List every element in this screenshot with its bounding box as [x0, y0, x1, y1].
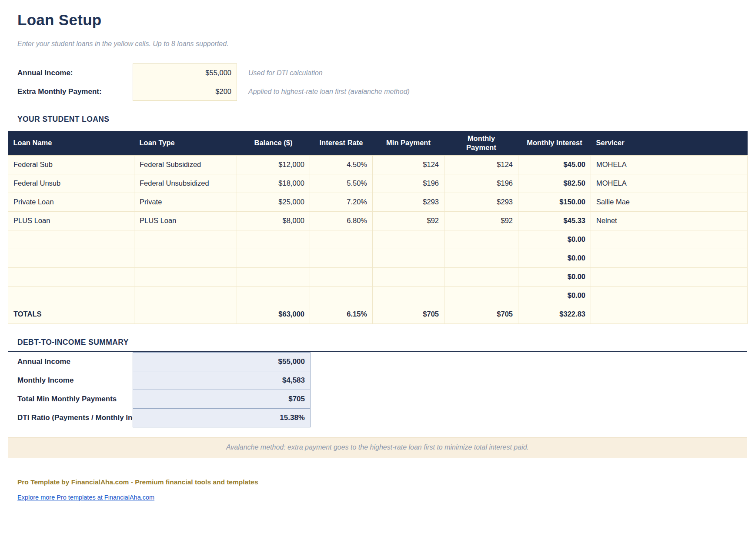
loan-rate-cell[interactable]: 4.50% — [310, 155, 373, 174]
loan-name-cell[interactable]: Federal Unsub — [8, 174, 134, 193]
dti-row: DTI Ratio (Payments / Monthly Income) 15… — [17, 408, 311, 427]
loan-row: Federal Sub Federal Subsidized $12,000 4… — [8, 155, 748, 174]
loan-monthly-interest-cell: $0.00 — [518, 249, 591, 267]
loan-balance-cell[interactable]: $12,000 — [237, 155, 310, 174]
loan-monthly-payment-cell[interactable] — [444, 249, 518, 267]
loan-monthly-payment-cell[interactable]: $92 — [444, 211, 518, 230]
loan-row: Federal Unsub Federal Unsubsidized $18,0… — [8, 174, 748, 193]
loan-name-cell[interactable] — [8, 230, 134, 249]
loan-rate-cell[interactable]: 5.50% — [310, 174, 373, 193]
dti-row: Monthly Income $4,583 — [17, 371, 311, 390]
dti-label-annual-income: Annual Income — [17, 352, 133, 371]
loan-servicer-cell[interactable] — [591, 230, 748, 249]
loan-rate-cell[interactable] — [310, 267, 373, 286]
loan-name-cell[interactable]: PLUS Loan — [8, 211, 134, 230]
loan-balance-cell[interactable] — [237, 267, 310, 286]
loan-row: Private Loan Private $25,000 7.20% $293 … — [8, 193, 748, 211]
loan-monthly-payment-cell[interactable] — [444, 230, 518, 249]
loan-monthly-interest-cell: $45.00 — [518, 155, 591, 174]
loan-min-payment-cell[interactable]: $293 — [373, 193, 444, 211]
loan-min-payment-cell[interactable]: $124 — [373, 155, 444, 174]
avalanche-method-banner: Avalanche method: extra payment goes to … — [8, 437, 747, 458]
col-header-monthly-payment: Monthly Payment — [444, 131, 518, 155]
loan-monthly-payment-cell[interactable] — [444, 267, 518, 286]
loan-min-payment-cell[interactable] — [373, 249, 444, 267]
loan-servicer-cell[interactable]: Nelnet — [591, 211, 748, 230]
dti-label-dti-ratio: DTI Ratio (Payments / Monthly Income) — [17, 408, 133, 427]
loan-min-payment-cell[interactable] — [373, 286, 444, 305]
page-subtitle: Enter your student loans in the yellow c… — [17, 40, 738, 48]
loan-balance-cell[interactable]: $25,000 — [237, 193, 310, 211]
extra-payment-row: Extra Monthly Payment: $200 Applied to h… — [17, 82, 747, 101]
annual-income-input[interactable]: $55,000 — [133, 63, 237, 82]
loan-name-cell[interactable]: Private Loan — [8, 193, 134, 211]
loan-row-empty: $0.00 — [8, 267, 748, 286]
loan-name-cell[interactable] — [8, 267, 134, 286]
loans-header-row: Loan Name Loan Type Balance ($) Interest… — [8, 131, 748, 155]
loan-min-payment-cell[interactable]: $196 — [373, 174, 444, 193]
loan-name-cell[interactable]: Federal Sub — [8, 155, 134, 174]
loan-row-empty: $0.00 — [8, 286, 748, 305]
extra-payment-input[interactable]: $200 — [133, 82, 237, 101]
loan-type-cell[interactable]: Private — [134, 193, 237, 211]
loan-type-cell[interactable]: PLUS Loan — [134, 211, 237, 230]
loan-balance-cell[interactable] — [237, 286, 310, 305]
loan-min-payment-cell[interactable] — [373, 267, 444, 286]
dti-label-text: Annual Income — [17, 357, 133, 366]
loan-balance-cell[interactable] — [237, 249, 310, 267]
loan-row: PLUS Loan PLUS Loan $8,000 6.80% $92 $92… — [8, 211, 748, 230]
loan-servicer-cell[interactable]: MOHELA — [591, 174, 748, 193]
loan-monthly-payment-cell[interactable]: $293 — [444, 193, 518, 211]
totals-row: TOTALS $63,000 6.15% $705 $705 $322.83 — [8, 305, 748, 323]
footer-link[interactable]: Explore more Pro templates at FinancialA… — [17, 494, 154, 501]
loan-name-cell[interactable] — [8, 286, 134, 305]
totals-empty-cell — [134, 305, 237, 323]
loan-rate-cell[interactable] — [310, 249, 373, 267]
loan-type-cell[interactable] — [134, 286, 237, 305]
loan-balance-cell[interactable]: $18,000 — [237, 174, 310, 193]
extra-payment-label: Extra Monthly Payment: — [17, 82, 133, 101]
col-header-balance: Balance ($) — [237, 131, 310, 155]
dti-value-dti-ratio: 15.38% — [133, 408, 311, 427]
loan-servicer-cell[interactable]: Sallie Mae — [591, 193, 748, 211]
loan-servicer-cell[interactable] — [591, 267, 748, 286]
loan-type-cell[interactable]: Federal Subsidized — [134, 155, 237, 174]
loan-row-empty: $0.00 — [8, 230, 748, 249]
dti-label-text: Monthly Income — [17, 376, 133, 385]
col-header-monthly-interest: Monthly Interest — [518, 131, 591, 155]
loan-min-payment-cell[interactable]: $92 — [373, 211, 444, 230]
loan-name-cell[interactable] — [8, 249, 134, 267]
loan-monthly-payment-cell[interactable]: $196 — [444, 174, 518, 193]
loan-rate-cell[interactable]: 6.80% — [310, 211, 373, 230]
loan-type-cell[interactable] — [134, 230, 237, 249]
loan-rate-cell[interactable]: 7.20% — [310, 193, 373, 211]
loan-monthly-payment-cell[interactable]: $124 — [444, 155, 518, 174]
loan-rate-cell[interactable] — [310, 286, 373, 305]
loan-monthly-interest-cell: $0.00 — [518, 286, 591, 305]
totals-rate: 6.15% — [310, 305, 373, 323]
dti-value-annual-income: $55,000 — [133, 352, 311, 371]
totals-empty-cell — [591, 305, 748, 323]
loan-type-cell[interactable]: Federal Unsubsidized — [134, 174, 237, 193]
loan-servicer-cell[interactable]: MOHELA — [591, 155, 748, 174]
dti-label-total-min-payments: Total Min Monthly Payments — [17, 390, 133, 408]
extra-payment-note: Applied to highest-rate loan first (aval… — [248, 82, 410, 101]
dti-value-monthly-income: $4,583 — [133, 371, 311, 390]
col-header-loan-type: Loan Type — [134, 131, 237, 155]
loan-monthly-interest-cell: $45.33 — [518, 211, 591, 230]
loan-servicer-cell[interactable] — [591, 286, 748, 305]
loan-monthly-interest-cell: $0.00 — [518, 267, 591, 286]
loan-monthly-interest-cell: $150.00 — [518, 193, 591, 211]
page-title: Loan Setup — [17, 10, 738, 30]
loan-type-cell[interactable] — [134, 249, 237, 267]
loan-rate-cell[interactable] — [310, 230, 373, 249]
loan-balance-cell[interactable] — [237, 230, 310, 249]
loan-min-payment-cell[interactable] — [373, 230, 444, 249]
loan-servicer-cell[interactable] — [591, 249, 748, 267]
loan-balance-cell[interactable]: $8,000 — [237, 211, 310, 230]
dti-label-text: DTI Ratio (Payments / Monthly Income) — [17, 413, 133, 422]
income-inputs: Annual Income: $55,000 Used for DTI calc… — [17, 63, 747, 101]
footer-credit: Pro Template by FinancialAha.com - Premi… — [17, 478, 747, 486]
loan-monthly-payment-cell[interactable] — [444, 286, 518, 305]
loan-type-cell[interactable] — [134, 267, 237, 286]
